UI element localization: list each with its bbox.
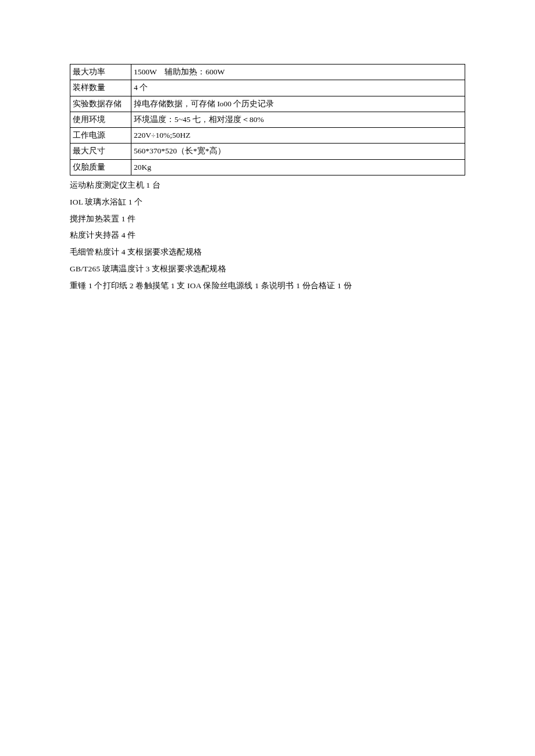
spec-value: 20Kg bbox=[131, 159, 465, 175]
table-row: 工作电源 220V÷10%;50HZ bbox=[70, 128, 465, 144]
table-row: 最大尺寸 560*370*520（长*宽*高） bbox=[70, 144, 465, 159]
spec-label: 工作电源 bbox=[70, 128, 131, 144]
spec-label: 实验数据存储 bbox=[70, 96, 131, 112]
table-row: 使用环境 环境温度：5~45 七，相对湿度＜80% bbox=[70, 112, 465, 127]
spec-label: 使用环境 bbox=[70, 112, 131, 127]
table-row: 仪胎质量 20Kg bbox=[70, 159, 465, 175]
spec-value: 220V÷10%;50HZ bbox=[131, 128, 465, 144]
accessory-list: 运动粘度测定仪主机 1 台 IOL 玻璃水浴缸 1 个 搅拌加热装置 1 件 粘… bbox=[70, 180, 465, 292]
list-item: 搅拌加热装置 1 件 bbox=[70, 214, 465, 225]
list-item: 重锤 1 个打印纸 2 卷触摸笔 1 支 IOA 保险丝电源线 1 条说明书 1… bbox=[70, 281, 465, 292]
spec-value: 4 个 bbox=[131, 80, 465, 96]
spec-value: 掉电存储数据，可存储 Io00 个历史记录 bbox=[131, 96, 465, 112]
table-row: 最大功率 1500W 辅助加热：600W bbox=[70, 65, 465, 80]
list-item: GB/T265 玻璃温度计 3 支根据要求选配规格 bbox=[70, 264, 465, 275]
table-row: 实验数据存储 掉电存储数据，可存储 Io00 个历史记录 bbox=[70, 96, 465, 112]
list-item: 毛细管粘度计 4 支根据要求选配规格 bbox=[70, 247, 465, 258]
spec-label: 最大尺寸 bbox=[70, 144, 131, 159]
list-item: 粘度计夹持器 4 件 bbox=[70, 230, 465, 241]
list-item: 运动粘度测定仪主机 1 台 bbox=[70, 180, 465, 191]
spec-label: 仪胎质量 bbox=[70, 159, 131, 175]
spec-value: 1500W 辅助加热：600W bbox=[131, 65, 465, 80]
spec-value: 560*370*520（长*宽*高） bbox=[131, 144, 465, 159]
list-item: IOL 玻璃水浴缸 1 个 bbox=[70, 197, 465, 208]
spec-label: 装样数量 bbox=[70, 80, 131, 96]
table-row: 装样数量 4 个 bbox=[70, 80, 465, 96]
spec-label: 最大功率 bbox=[70, 65, 131, 80]
spec-value: 环境温度：5~45 七，相对湿度＜80% bbox=[131, 112, 465, 127]
spec-table: 最大功率 1500W 辅助加热：600W 装样数量 4 个 实验数据存储 掉电存… bbox=[70, 64, 465, 175]
